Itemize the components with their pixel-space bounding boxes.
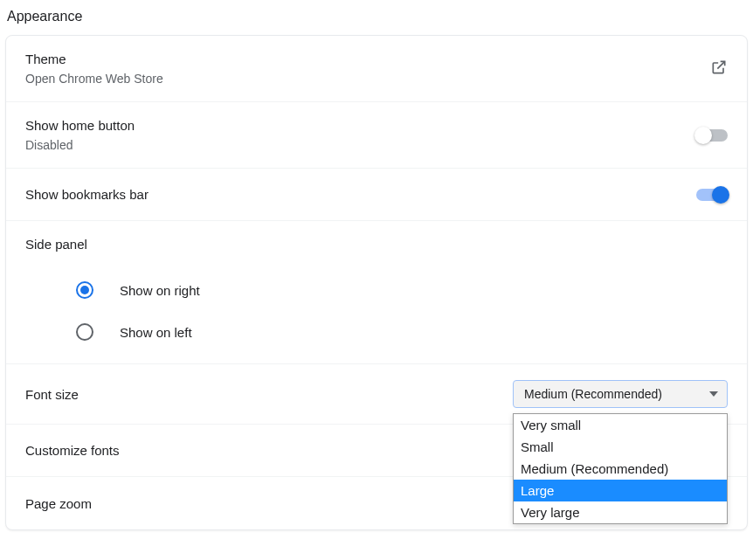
radio-icon (76, 323, 93, 341)
font-size-option[interactable]: Medium (Recommended) (514, 458, 727, 480)
side-panel-left-label: Show on left (120, 325, 192, 340)
theme-sublabel: Open Chrome Web Store (25, 72, 163, 86)
font-size-option[interactable]: Very large (514, 501, 727, 523)
home-button-row: Show home button Disabled (6, 102, 747, 169)
chevron-down-icon (709, 391, 718, 397)
customize-fonts-label: Customize fonts (25, 443, 120, 458)
font-size-label: Font size (25, 387, 79, 402)
side-panel-option-left[interactable]: Show on left (25, 311, 728, 353)
side-panel-option-right[interactable]: Show on right (25, 269, 728, 311)
page-zoom-label: Page zoom (25, 496, 92, 511)
font-size-select[interactable]: Medium (Recommended) (513, 380, 728, 408)
page-title: Appearance (0, 0, 753, 35)
side-panel-label: Side panel (25, 237, 728, 252)
font-size-row: Font size Medium (Recommended) Very smal… (6, 364, 747, 425)
font-size-option[interactable]: Large (514, 480, 727, 501)
theme-label: Theme (25, 52, 163, 66)
home-button-sublabel: Disabled (25, 138, 135, 152)
appearance-card: Theme Open Chrome Web Store Show home bu… (5, 35, 748, 530)
theme-row[interactable]: Theme Open Chrome Web Store (6, 36, 747, 102)
radio-icon (76, 281, 93, 299)
bookmarks-bar-label: Show bookmarks bar (25, 187, 149, 202)
bookmarks-bar-row: Show bookmarks bar (6, 169, 747, 221)
font-size-option[interactable]: Very small (514, 414, 727, 436)
bookmarks-bar-toggle[interactable] (696, 189, 728, 201)
home-button-label: Show home button (25, 118, 135, 133)
open-in-new-icon[interactable] (710, 59, 728, 79)
font-size-option[interactable]: Small (514, 436, 727, 458)
home-button-toggle[interactable] (696, 129, 728, 142)
font-size-dropdown: Very small Small Medium (Recommended) La… (513, 413, 728, 524)
side-panel-right-label: Show on right (120, 283, 200, 298)
font-size-selected-value: Medium (Recommended) (524, 387, 662, 401)
side-panel-section: Side panel Show on right Show on left (6, 221, 747, 364)
